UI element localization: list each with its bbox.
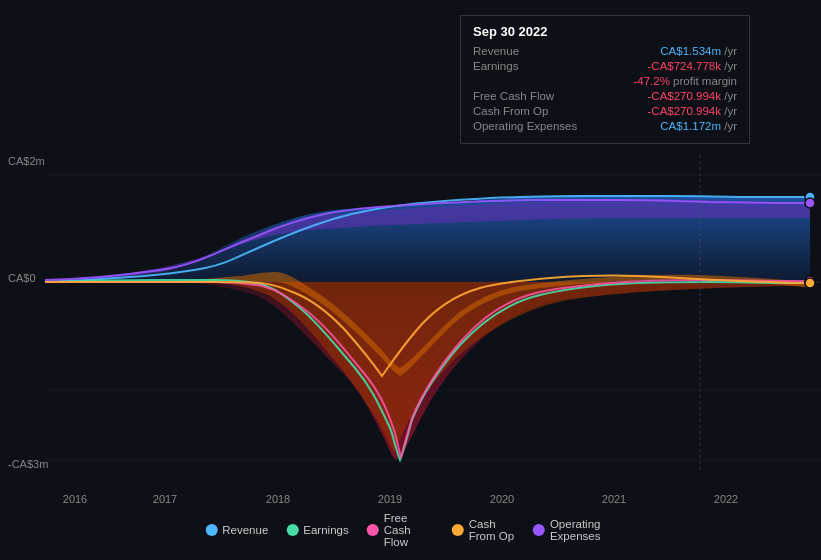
legend-label-revenue: Revenue (222, 524, 268, 536)
x-label-2019: 2019 (378, 493, 402, 505)
legend-label-earnings: Earnings (303, 524, 348, 536)
tooltip-label-fcf: Free Cash Flow (473, 90, 583, 102)
legend-item-fcf: Free Cash Flow (367, 512, 434, 548)
tooltip-label-earnings: Earnings (473, 60, 583, 72)
legend: Revenue Earnings Free Cash Flow Cash Fro… (205, 512, 616, 548)
legend-item-cashfromop: Cash From Op (452, 518, 515, 542)
legend-dot-fcf (367, 524, 379, 536)
tooltip-row-cashfromop: Cash From Op -CA$270.994k /yr (473, 105, 737, 117)
legend-dot-cashfromop (452, 524, 464, 536)
x-label-2016: 2016 (63, 493, 87, 505)
legend-dot-revenue (205, 524, 217, 536)
x-label-2017: 2017 (153, 493, 177, 505)
legend-dot-opexp (533, 524, 545, 536)
tooltip-value-margin: -47.2% profit margin (633, 75, 737, 87)
legend-label-cashfromop: Cash From Op (469, 518, 515, 542)
tooltip: Sep 30 2022 Revenue CA$1.534m /yr Earnin… (460, 15, 750, 144)
tooltip-row-opexp: Operating Expenses CA$1.172m /yr (473, 120, 737, 132)
legend-item-earnings: Earnings (286, 524, 348, 536)
tooltip-row-revenue: Revenue CA$1.534m /yr (473, 45, 737, 57)
x-label-2020: 2020 (490, 493, 514, 505)
tooltip-value-cashfromop: -CA$270.994k /yr (648, 105, 738, 117)
tooltip-row-margin: -47.2% profit margin (473, 75, 737, 87)
y-label-top: CA$2m (8, 155, 45, 167)
tooltip-row-earnings: Earnings -CA$724.778k /yr (473, 60, 737, 72)
legend-item-opexp: Operating Expenses (533, 518, 616, 542)
x-label-2022: 2022 (714, 493, 738, 505)
svg-point-7 (805, 198, 815, 208)
legend-label-opexp: Operating Expenses (550, 518, 616, 542)
tooltip-value-opexp: CA$1.172m /yr (660, 120, 737, 132)
tooltip-value-earnings: -CA$724.778k /yr (648, 60, 738, 72)
tooltip-value-fcf: -CA$270.994k /yr (648, 90, 738, 102)
y-label-bottom: -CA$3m (8, 458, 48, 470)
legend-item-revenue: Revenue (205, 524, 268, 536)
tooltip-value-revenue: CA$1.534m /yr (660, 45, 737, 57)
tooltip-label-cashfromop: Cash From Op (473, 105, 583, 117)
x-label-2018: 2018 (266, 493, 290, 505)
y-label-zero: CA$0 (8, 272, 36, 284)
tooltip-label-revenue: Revenue (473, 45, 583, 57)
legend-dot-earnings (286, 524, 298, 536)
x-label-2021: 2021 (602, 493, 626, 505)
chart-container: CA$2m CA$0 -CA$3m 2016 2017 2018 2019 20… (0, 0, 821, 560)
svg-point-10 (805, 278, 815, 288)
legend-label-fcf: Free Cash Flow (384, 512, 434, 548)
tooltip-row-fcf: Free Cash Flow -CA$270.994k /yr (473, 90, 737, 102)
tooltip-label-opexp: Operating Expenses (473, 120, 583, 132)
tooltip-date: Sep 30 2022 (473, 24, 737, 39)
